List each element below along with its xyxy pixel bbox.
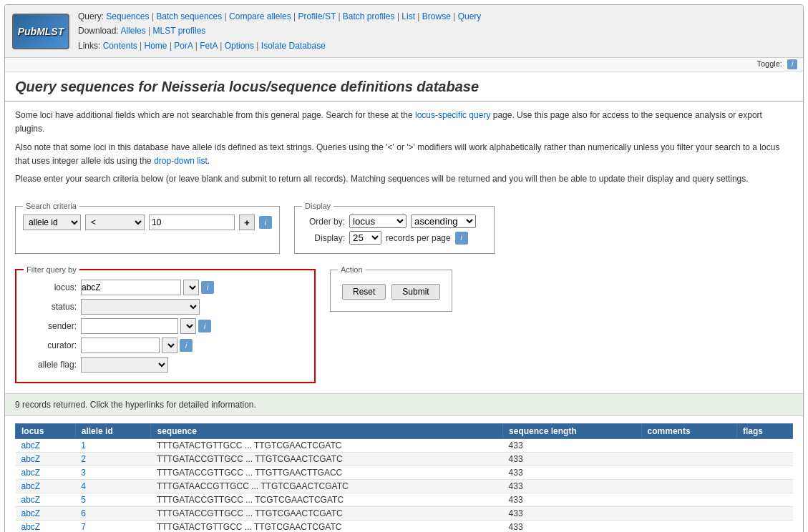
locus-input[interactable] (81, 280, 181, 295)
reset-button[interactable]: Reset (342, 284, 386, 300)
allele-flag-select[interactable]: yes no (81, 357, 168, 373)
records-select[interactable]: 25 50 100 200 (349, 231, 381, 245)
link-mlst-profiles[interactable]: MLST profiles (153, 26, 206, 36)
link-profile-st[interactable]: Profile/ST (298, 11, 336, 21)
allele-link[interactable]: 7 (81, 522, 86, 532)
table-row: abcZ 3 TTTGATACCGTTGCC ... TTGTTGAACTTGA… (16, 466, 793, 480)
sort-select[interactable]: ascending descending (411, 215, 476, 228)
table-row: abcZ 1 TTTGATACTGTTGCC ... TTGTCGAACTCGA… (16, 439, 793, 453)
status-filter-label: status: (24, 302, 81, 312)
download-label: Download: (78, 26, 119, 36)
download-links-row: Download: Alleles | MLST profiles (78, 24, 481, 38)
table-row: abcZ 6 TTTGATACCGTTGCC ... TTGTCGAACTCGA… (16, 507, 793, 521)
allele-flag-control: yes no (81, 357, 168, 373)
allele-flag-label: allele flag: (24, 360, 81, 370)
operator-select[interactable]: < <= = >= > contains starts with ends wi… (85, 215, 145, 230)
display-info-button[interactable]: i (455, 232, 468, 245)
info-section: Some loci have additional fields which a… (5, 102, 803, 197)
logo: PubMLST (12, 14, 69, 49)
display-label: Display: (302, 233, 345, 243)
add-criteria-button[interactable]: + (239, 215, 255, 230)
search-criteria-legend: Search criteria (23, 202, 79, 210)
cell-allele-id: 2 (75, 453, 151, 466)
locus-filter-control: abcZ adk aroE fumC gdh pdhC pgm i (81, 280, 214, 295)
sender-info-button[interactable]: i (198, 320, 211, 332)
link-sequences[interactable]: Sequences (106, 11, 149, 21)
nav-links-row: Links: Contents | Home | PorA | FetA | O… (78, 39, 481, 53)
locus-link[interactable]: abcZ (21, 440, 41, 450)
header-links: Query: Sequences | Batch sequences | Com… (78, 9, 481, 53)
search-value-input[interactable] (149, 215, 235, 230)
link-feta[interactable]: FetA (200, 41, 218, 51)
table-row: abcZ 5 TTTGATACCGTTGCC ... TCGTCGAACTCGA… (16, 493, 793, 507)
link-batch-profiles[interactable]: Batch profiles (343, 11, 395, 21)
locus-link[interactable]: abcZ (21, 495, 41, 505)
link-browse[interactable]: Browse (422, 11, 451, 21)
cell-sequence: TTTGATACTGTTGCC ... TTGTCGAACTCGATC (151, 439, 503, 453)
link-alleles[interactable]: Alleles (120, 26, 145, 36)
allele-link[interactable]: 3 (81, 468, 86, 478)
status-select[interactable]: Sanger verified Illumina verified unchec… (81, 299, 200, 315)
action-buttons: Reset Submit (338, 278, 444, 305)
allele-link[interactable]: 2 (81, 454, 86, 464)
locus-link[interactable]: abcZ (21, 522, 41, 532)
locus-link[interactable]: abcZ (21, 481, 41, 491)
table-row: abcZ 4 TTTGATAACCGTTGCC ... TTGTCGAACTCG… (16, 480, 793, 493)
sender-dropdown[interactable] (180, 318, 196, 334)
field-select[interactable]: allele id sequence locus sender curator (23, 215, 81, 230)
link-home[interactable]: Home (145, 41, 167, 51)
link-batch-sequences[interactable]: Batch sequences (156, 11, 222, 21)
link-isolate-db[interactable]: Isolate Database (261, 41, 326, 51)
cell-allele-id: 4 (75, 480, 151, 493)
link-options[interactable]: Options (225, 41, 254, 51)
cell-comments (641, 480, 736, 493)
allele-link[interactable]: 5 (81, 495, 86, 505)
curator-input[interactable] (81, 338, 160, 353)
allele-link[interactable]: 6 (81, 508, 86, 518)
filter-legend: Filter query by (24, 265, 79, 274)
cell-flags (736, 521, 792, 532)
locus-info-button[interactable]: i (201, 281, 214, 294)
criteria-display-row: Search criteria allele id sequence locus… (15, 202, 793, 260)
cell-locus: abcZ (16, 507, 76, 521)
toggle-info-icon[interactable]: i (787, 59, 797, 69)
locus-specific-query-link[interactable]: locus-specific query (415, 110, 490, 120)
locus-filter-row: locus: abcZ adk aroE fumC gdh pdhC pgm i (24, 280, 307, 295)
status-filter-control: Sanger verified Illumina verified unchec… (81, 299, 200, 315)
submit-button[interactable]: Submit (391, 284, 439, 300)
link-query[interactable]: Query (458, 11, 482, 21)
search-criteria-fieldset: Search criteria allele id sequence locus… (15, 202, 280, 254)
col-sequence: sequence (151, 424, 503, 439)
table-row: abcZ 2 TTTGATACCGTTGCC ... TTGTCGAACTCGA… (16, 453, 793, 466)
curator-dropdown[interactable] (162, 338, 177, 353)
locus-link[interactable]: abcZ (21, 454, 41, 464)
curator-filter-label: curator: (24, 340, 81, 350)
criteria-info-button[interactable]: i (259, 216, 272, 229)
filter-fieldset: Filter query by locus: abcZ adk aroE fum… (15, 265, 316, 383)
curator-filter-control: i (81, 338, 193, 353)
cell-comments (641, 466, 736, 480)
cell-flags (736, 507, 792, 521)
cell-locus: abcZ (16, 493, 76, 507)
order-by-select[interactable]: locus allele id sequence sender curator (349, 215, 407, 228)
results-info: 9 records returned. Click the hyperlinks… (5, 393, 803, 416)
link-contents[interactable]: Contents (103, 41, 137, 51)
logo-text: PubMLST (18, 26, 64, 37)
allele-link[interactable]: 4 (81, 481, 86, 491)
link-list[interactable]: List (401, 11, 415, 21)
link-compare-alleles[interactable]: Compare alleles (229, 11, 291, 21)
info-para-1: Some loci have additional fields which a… (15, 109, 793, 136)
cell-seq-length: 433 (503, 521, 641, 532)
cell-seq-length: 433 (503, 466, 641, 480)
locus-link[interactable]: abcZ (21, 468, 41, 478)
allele-link[interactable]: 1 (81, 440, 86, 450)
cell-seq-length: 433 (503, 439, 641, 453)
cell-comments (641, 493, 736, 507)
sender-filter-control: i (81, 318, 211, 334)
link-pora[interactable]: PorA (174, 41, 193, 51)
curator-info-button[interactable]: i (180, 339, 193, 352)
locus-dropdown[interactable]: abcZ adk aroE fumC gdh pdhC pgm (183, 280, 199, 295)
locus-link[interactable]: abcZ (21, 508, 41, 518)
drop-down-list-link[interactable]: drop-down list (154, 156, 208, 166)
sender-input[interactable] (81, 318, 178, 334)
